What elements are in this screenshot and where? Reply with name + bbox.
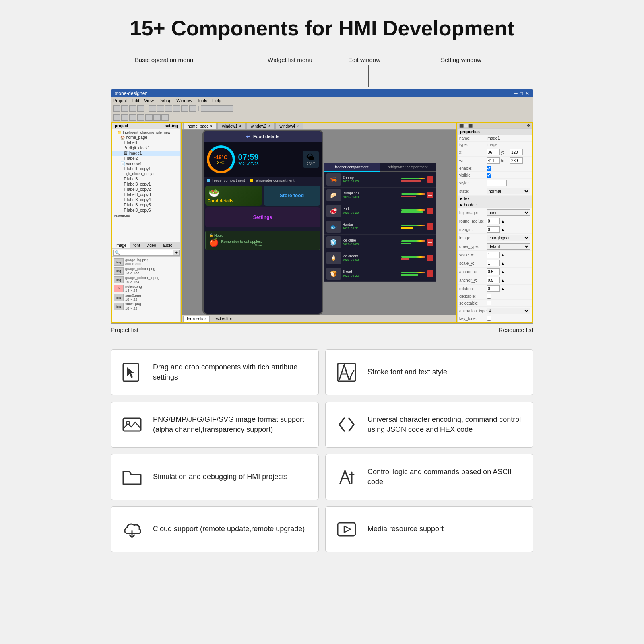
toolbar-btn-5[interactable] bbox=[149, 105, 156, 112]
nav-btn-store-food[interactable]: Store food bbox=[264, 186, 320, 206]
toolbar-btn-7[interactable] bbox=[165, 105, 172, 112]
resource-tab-video[interactable]: video bbox=[143, 242, 159, 248]
feature-icon-simulation bbox=[119, 464, 145, 490]
prop-input-scaley[interactable] bbox=[487, 260, 500, 266]
prop-input-y[interactable] bbox=[510, 149, 523, 155]
toolbar2-btn-5[interactable] bbox=[145, 114, 153, 121]
close-btn[interactable]: ✕ bbox=[525, 91, 529, 96]
toolbar-btn-wide[interactable] bbox=[201, 105, 233, 112]
prop-input-rotation[interactable] bbox=[487, 285, 500, 292]
maximize-btn[interactable]: □ bbox=[520, 91, 523, 96]
prop-input-style[interactable] bbox=[487, 180, 507, 186]
prop-margin-inc[interactable]: ▲ bbox=[501, 227, 505, 232]
prop-input-radius[interactable] bbox=[487, 218, 500, 224]
menu-edit[interactable]: Edit bbox=[132, 98, 139, 103]
prop-label-keytone: key_tone: bbox=[459, 316, 485, 321]
prop-checkbox-keytone[interactable] bbox=[487, 316, 491, 321]
toolbar2-btn-3[interactable] bbox=[129, 114, 136, 121]
toolbar2-btn-1[interactable] bbox=[113, 114, 120, 121]
resource-tab-image[interactable]: image bbox=[112, 242, 130, 248]
window-controls: ─ □ ✕ bbox=[514, 91, 529, 96]
prop-select-state[interactable]: normal bbox=[487, 188, 530, 194]
prop-checkbox-enable[interactable] bbox=[487, 166, 491, 171]
resource-add-btn[interactable]: + bbox=[173, 250, 180, 256]
code-icon bbox=[336, 414, 357, 435]
resource-tab-font[interactable]: font bbox=[130, 242, 143, 248]
prop-select-image[interactable]: chargingcar bbox=[487, 235, 530, 241]
prop-input-anchory[interactable] bbox=[487, 277, 500, 283]
resource-size: 18 × 22 bbox=[125, 297, 141, 301]
toolbar2-btn-4[interactable] bbox=[137, 114, 144, 121]
menu-project[interactable]: Project bbox=[113, 98, 127, 103]
prop-label-type: type: bbox=[459, 142, 485, 147]
resource-tab-audio[interactable]: audio bbox=[159, 242, 175, 248]
bottom-tab-form-editor[interactable]: form editor bbox=[183, 316, 210, 322]
food-delete-shrimp[interactable]: — bbox=[427, 176, 433, 183]
resource-search-input[interactable] bbox=[113, 250, 173, 256]
prop-input-scalex[interactable] bbox=[487, 252, 500, 258]
feature-icon-ascii bbox=[334, 464, 359, 490]
prop-select-bgimage[interactable]: none bbox=[487, 209, 530, 216]
food-delete-pork[interactable]: — bbox=[427, 208, 433, 214]
prop-anchory-inc[interactable]: ▲ bbox=[501, 278, 505, 283]
food-tab-refrigerator[interactable]: refrigerator compartment bbox=[380, 163, 436, 172]
toolbar-btn-8[interactable] bbox=[173, 105, 180, 112]
toolbar2-btn-2[interactable] bbox=[121, 114, 128, 121]
bottom-tab-text-editor[interactable]: text editor bbox=[211, 316, 235, 322]
hmi-back-icon[interactable]: ↩ bbox=[246, 133, 251, 140]
prop-input-anchorx[interactable] bbox=[487, 268, 500, 275]
tab-home-page[interactable]: home_page × bbox=[183, 123, 217, 129]
arrow-basic-menu bbox=[173, 65, 173, 87]
food-thumb-bread: 🍞 bbox=[326, 268, 341, 280]
menu-view[interactable]: View bbox=[144, 98, 154, 103]
prop-scalex-inc[interactable]: ▲ bbox=[501, 253, 505, 257]
toolbar-btn-2[interactable] bbox=[121, 105, 128, 112]
toolbar-btn-1[interactable] bbox=[113, 105, 120, 112]
prop-rotation-inc[interactable]: ▲ bbox=[501, 287, 505, 291]
food-delete-icecream[interactable]: — bbox=[427, 255, 433, 261]
prop-select-animtype[interactable]: 4 bbox=[487, 308, 530, 314]
prop-input-x[interactable] bbox=[487, 149, 500, 155]
prop-label-radius: round_radius: bbox=[459, 219, 485, 223]
food-tab-freezer[interactable]: freezer compartment bbox=[324, 163, 380, 172]
prop-checkbox-visible[interactable] bbox=[487, 173, 491, 178]
resource-name: guage_pointer.png bbox=[125, 267, 155, 271]
prop-radius-inc[interactable]: ▲ bbox=[501, 219, 505, 223]
toolbar-btn-4[interactable] bbox=[137, 105, 144, 112]
prop-checkbox-selectable[interactable] bbox=[487, 301, 491, 305]
prop-input-w[interactable] bbox=[487, 157, 500, 164]
minimize-btn[interactable]: ─ bbox=[514, 91, 518, 96]
toolbar2-btn-6[interactable] bbox=[153, 114, 161, 121]
toolbar-btn-3[interactable] bbox=[129, 105, 136, 112]
toolbar2-btn-7[interactable] bbox=[161, 114, 169, 121]
prop-checkbox-clickable[interactable] bbox=[487, 294, 491, 299]
prop-input-margin[interactable] bbox=[487, 226, 500, 233]
tree-label: home_page bbox=[126, 135, 147, 140]
feature-card-simulation: Simulation and debugging of HMI projects bbox=[111, 454, 319, 500]
menu-window[interactable]: Window bbox=[176, 98, 192, 103]
tree-item-selected[interactable]: 🖼 image1 bbox=[112, 151, 180, 156]
food-delete-hairtail[interactable]: — bbox=[427, 223, 433, 230]
tab-window4[interactable]: window4 × bbox=[275, 123, 303, 129]
prop-anchorx-inc[interactable]: ▲ bbox=[501, 270, 505, 274]
food-emoji: 🥗 bbox=[208, 188, 219, 198]
toolbar-btn-10[interactable] bbox=[189, 105, 196, 112]
toolbar-btn-9[interactable] bbox=[181, 105, 188, 112]
food-delete-icecube[interactable]: — bbox=[427, 239, 433, 246]
tree-item: T label3_copy4 bbox=[112, 197, 180, 202]
legend-freezer: freezer compartment bbox=[207, 178, 245, 182]
menu-debug[interactable]: Debug bbox=[159, 98, 171, 103]
menu-help[interactable]: Help bbox=[212, 98, 221, 103]
tab-window2[interactable]: window2 × bbox=[246, 123, 275, 129]
food-delete-dumplings[interactable]: — bbox=[427, 192, 433, 198]
prop-input-h[interactable] bbox=[510, 157, 523, 164]
tab-window1[interactable]: window1 × bbox=[217, 123, 246, 129]
nav-btn-food-image[interactable]: 🥗 Food details bbox=[205, 186, 262, 206]
food-delete-bread[interactable]: — bbox=[427, 270, 433, 277]
prop-select-drawtype[interactable]: default bbox=[487, 243, 530, 250]
toolbar-btn-6[interactable] bbox=[157, 105, 164, 112]
nav-btn-settings[interactable]: Settings bbox=[205, 207, 320, 227]
resource-thumb: img bbox=[114, 258, 124, 266]
menu-tools[interactable]: Tools bbox=[197, 98, 207, 103]
prop-scaley-inc[interactable]: ▲ bbox=[501, 261, 505, 266]
